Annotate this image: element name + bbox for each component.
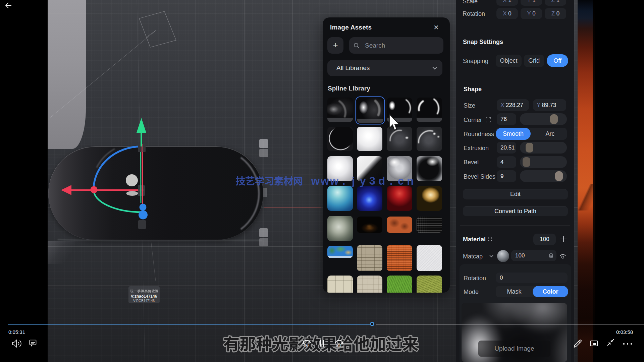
svg-text:30: 30 — [336, 343, 341, 348]
svg-text:10: 10 — [304, 343, 309, 348]
